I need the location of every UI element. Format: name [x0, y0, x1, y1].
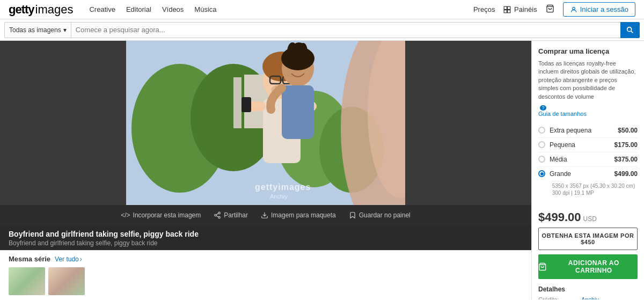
- nav-videos[interactable]: Vídeos: [162, 5, 184, 13]
- embed-tool[interactable]: </> Incorporar esta imagem: [121, 211, 201, 219]
- paineis-icon: [503, 6, 511, 13]
- add-to-cart-button[interactable]: ADICIONAR AO CARRINHO: [538, 254, 638, 279]
- search-button[interactable]: [620, 22, 640, 38]
- svg-line-40: [216, 214, 218, 215]
- price-currency: USD: [583, 215, 597, 223]
- size-radio-0[interactable]: [538, 127, 545, 134]
- size-radio-2[interactable]: [538, 156, 545, 163]
- details-section: Detalhes Crédito:AnchiyCreative nº:65339…: [538, 286, 638, 299]
- size-price-0: $50.00: [618, 127, 638, 134]
- search-icon: [626, 26, 634, 34]
- cart-btn-label: ADICIONAR AO CARRINHO: [550, 259, 638, 274]
- svg-point-29: [292, 42, 305, 53]
- left-content: gettyimages Anchiy 653390796 </> Incorpo…: [0, 41, 531, 299]
- header: gettyimages Creative Editorial Vídeos Mú…: [0, 0, 644, 19]
- caption-subtitle: Boyfriend and girlfriend taking selfie, …: [9, 239, 523, 247]
- user-icon: [570, 6, 577, 13]
- size-label-2: Média: [550, 156, 610, 163]
- paineis-label: Painéis: [514, 5, 537, 13]
- share-icon: [214, 211, 221, 219]
- details-title: Detalhes: [538, 286, 638, 293]
- svg-point-38: [218, 216, 221, 218]
- precos-link[interactable]: Preços: [473, 5, 495, 13]
- main-content: gettyimages Anchiy 653390796 </> Incorpo…: [0, 41, 644, 299]
- size-price-3: $499.00: [614, 170, 638, 178]
- logo-getty: getty: [9, 3, 34, 17]
- share-label: Partilhar: [224, 211, 248, 219]
- see-all-link[interactable]: Ver tudo ›: [55, 255, 82, 263]
- size-detail-3: 5350 x 3567 px (45.30 x 30.20 cm)300 dpi…: [552, 182, 635, 196]
- share-tool[interactable]: Partilhar: [214, 211, 248, 219]
- embed-icon: </>: [121, 211, 130, 219]
- details-container: Crédito:AnchiyCreative nº:653390796Tipo …: [538, 296, 638, 299]
- size-option-2[interactable]: Média$375.00: [538, 152, 638, 167]
- cart-btn-icon: [538, 262, 547, 271]
- header-right: Preços Painéis Iniciar a sessão: [473, 2, 635, 17]
- svg-rect-3: [508, 10, 510, 13]
- download-icon: [261, 211, 268, 219]
- svg-rect-14: [233, 77, 241, 128]
- paineis-link[interactable]: Painéis: [503, 5, 537, 14]
- guide-link[interactable]: Guia de tamanhos: [538, 111, 638, 117]
- save-panel-label: Guardar no painel: [359, 211, 411, 219]
- detail-val-0[interactable]: Anchiy: [581, 296, 599, 299]
- svg-line-7: [631, 31, 633, 33]
- size-radio-1[interactable]: [538, 141, 545, 148]
- size-option-3[interactable]: Grande$499.005350 x 3567 px (45.30 x 30.…: [538, 167, 638, 200]
- nav-editorial[interactable]: Editorial: [126, 5, 151, 13]
- sizes-container: Extra pequena$50.00Pequena$175.00Média$3…: [538, 123, 638, 200]
- svg-rect-24: [241, 97, 251, 112]
- caption-area: Boyfriend and girlfriend taking selfie, …: [0, 225, 531, 250]
- cart-icon[interactable]: [546, 4, 554, 14]
- svg-text:Anchiy: Anchiy: [270, 193, 288, 200]
- discount-button[interactable]: OBTENHA ESTA IMAGEM POR $450: [538, 228, 638, 250]
- right-panel: Comprar uma licença Todas as licenças ro…: [531, 41, 644, 299]
- save-panel-tool[interactable]: Guardar no painel: [349, 211, 411, 219]
- embed-label: Incorporar esta imagem: [133, 211, 201, 219]
- search-filter-label: Todas as imagens: [9, 26, 61, 34]
- svg-point-6: [627, 27, 632, 31]
- info-icon[interactable]: ?: [540, 105, 546, 111]
- thumbnail-1[interactable]: [9, 267, 45, 295]
- svg-rect-30: [282, 85, 314, 139]
- bookmark-icon: [349, 211, 356, 219]
- search-bar: Todas as imagens ▾: [0, 19, 644, 41]
- thumbnail-2[interactable]: [48, 267, 85, 295]
- cart-svg-icon: [546, 4, 554, 13]
- detail-row-0: Crédito:Anchiy: [538, 296, 638, 299]
- svg-rect-0: [504, 6, 507, 9]
- image-tools: </> Incorporar esta imagem Partilhar Ima…: [0, 205, 531, 225]
- svg-text:gettyimages: gettyimages: [255, 182, 311, 192]
- see-all-text: Ver tudo: [55, 255, 79, 263]
- mockup-tool[interactable]: Imagem para maqueta: [261, 211, 336, 219]
- same-series-label: Mesma série: [9, 255, 50, 263]
- panel-description: Todas as licenças royalty-free incluem d…: [538, 60, 638, 101]
- search-filter-dropdown[interactable]: Todas as imagens ▾: [4, 22, 71, 38]
- logo-images: images: [35, 3, 74, 17]
- size-radio-3[interactable]: [538, 170, 545, 177]
- image-area: gettyimages Anchiy 653390796: [0, 41, 531, 205]
- size-price-2: $375.00: [614, 156, 638, 163]
- nav-musica[interactable]: Música: [194, 5, 216, 13]
- same-series-header: Mesma série Ver tudo ›: [0, 250, 531, 265]
- svg-line-39: [216, 216, 218, 217]
- size-label-1: Pequena: [550, 141, 610, 149]
- svg-point-36: [218, 212, 221, 214]
- caption-title: Boyfriend and girlfriend taking selfie, …: [9, 230, 523, 238]
- svg-rect-2: [504, 10, 507, 13]
- svg-point-5: [572, 7, 575, 10]
- svg-rect-1: [508, 6, 510, 9]
- size-label-3: Grande: [550, 170, 610, 178]
- detail-key-0: Crédito:: [538, 296, 581, 299]
- signin-button[interactable]: Iniciar a sessão: [563, 2, 635, 17]
- main-image: gettyimages Anchiy 653390796: [126, 41, 405, 205]
- size-option-1[interactable]: Pequena$175.00: [538, 138, 638, 152]
- logo: gettyimages: [9, 3, 73, 17]
- svg-point-37: [215, 214, 217, 216]
- signin-label: Iniciar a sessão: [580, 5, 628, 13]
- search-input[interactable]: [71, 22, 620, 38]
- price-display: $499.00 USD: [538, 205, 638, 225]
- size-option-0[interactable]: Extra pequena$50.00: [538, 123, 638, 138]
- nav-creative[interactable]: Creative: [89, 5, 115, 13]
- size-label-0: Extra pequena: [550, 127, 613, 134]
